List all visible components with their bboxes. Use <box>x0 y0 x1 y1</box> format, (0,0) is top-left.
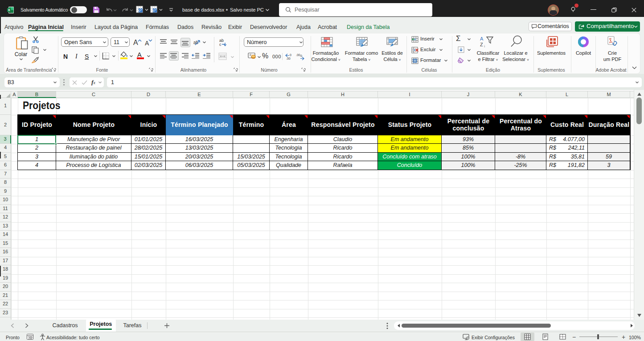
svg-text:A: A <box>480 36 484 41</box>
svg-text:c: c <box>219 42 222 46</box>
svg-text:.00: .00 <box>296 53 300 57</box>
svg-text:↓: ↓ <box>484 44 485 48</box>
svg-text:Z: Z <box>480 42 483 47</box>
svg-text:0: 0 <box>290 53 291 57</box>
svg-text:0: 0 <box>300 54 302 57</box>
svg-text:.00: .00 <box>286 57 291 60</box>
